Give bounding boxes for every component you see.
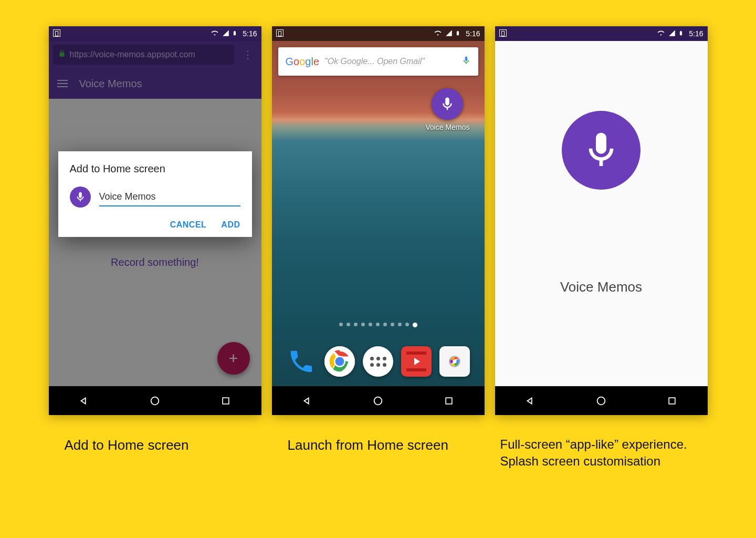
status-time: 5:16 bbox=[243, 29, 257, 38]
signal-icon bbox=[445, 29, 453, 38]
mic-icon bbox=[432, 88, 463, 120]
nav-home-icon[interactable] bbox=[149, 395, 161, 407]
phone-splash-screen: 5:16 Voice Memos bbox=[495, 26, 708, 415]
phone-home-screen: 5:16 Google "Ok Google... Open Gmail" Vo… bbox=[272, 26, 485, 415]
nav-recent-icon[interactable] bbox=[443, 395, 455, 407]
status-time: 5:16 bbox=[466, 29, 480, 38]
svg-point-9 bbox=[597, 397, 605, 405]
home-page-indicator bbox=[272, 323, 485, 327]
svg-point-4 bbox=[335, 357, 344, 366]
svg-rect-8 bbox=[446, 398, 452, 404]
android-nav-bar bbox=[272, 386, 485, 415]
caption-1: Add to Home screen bbox=[49, 436, 261, 470]
nav-back-icon[interactable] bbox=[78, 395, 90, 407]
svg-point-0 bbox=[151, 397, 159, 405]
status-bar: 5:16 bbox=[272, 26, 485, 41]
signal-icon bbox=[222, 29, 230, 38]
google-logo: Google bbox=[286, 56, 320, 68]
caption-2: Launch from Home screen bbox=[272, 436, 485, 470]
voice-memos-shortcut[interactable]: Voice Memos bbox=[425, 88, 469, 131]
nav-recent-icon[interactable] bbox=[666, 395, 678, 407]
android-nav-bar bbox=[49, 386, 261, 415]
shortcut-label: Voice Memos bbox=[425, 123, 469, 131]
dialog-title: Add to Home screen bbox=[70, 163, 240, 175]
battery-icon bbox=[232, 29, 237, 39]
dock-phone-icon[interactable] bbox=[286, 346, 317, 377]
google-search-widget[interactable]: Google "Ok Google... Open Gmail" bbox=[278, 47, 478, 76]
status-bar: 5:16 bbox=[495, 26, 708, 41]
add-button[interactable]: ADD bbox=[221, 220, 240, 230]
svg-rect-1 bbox=[223, 398, 229, 404]
home-wallpaper[interactable]: 5:16 Google "Ok Google... Open Gmail" Vo… bbox=[272, 26, 485, 386]
install-icon bbox=[276, 29, 284, 38]
shortcut-name-input[interactable] bbox=[99, 188, 240, 206]
caption-3: Full-screen “app-like” experience. Splas… bbox=[495, 436, 708, 470]
status-time: 5:16 bbox=[689, 29, 703, 38]
dock-camera-icon[interactable] bbox=[439, 346, 470, 377]
cancel-button[interactable]: CANCEL bbox=[170, 220, 207, 230]
add-to-home-dialog: Add to Home screen CANCEL ADD bbox=[58, 151, 252, 237]
svg-point-6 bbox=[453, 359, 456, 363]
status-bar: 5:16 bbox=[49, 26, 261, 41]
dock-chrome-icon[interactable] bbox=[324, 346, 355, 377]
battery-icon bbox=[455, 29, 460, 39]
app-mic-icon bbox=[70, 187, 91, 208]
battery-icon bbox=[678, 29, 684, 39]
voice-search-icon[interactable] bbox=[461, 55, 471, 68]
wifi-icon bbox=[433, 29, 443, 38]
nav-recent-icon[interactable] bbox=[220, 395, 232, 407]
nav-back-icon[interactable] bbox=[301, 395, 313, 407]
android-nav-bar bbox=[495, 386, 708, 415]
phone-add-to-home: 5:16 https://voice-memos.appspot.com ⋮ V… bbox=[49, 26, 261, 415]
home-dock bbox=[272, 346, 485, 377]
splash-title: Voice Memos bbox=[560, 279, 642, 295]
nav-home-icon[interactable] bbox=[372, 395, 384, 407]
install-icon bbox=[53, 29, 60, 38]
install-icon bbox=[499, 29, 507, 38]
nav-home-icon[interactable] bbox=[595, 395, 607, 407]
search-placeholder: "Ok Google... Open Gmail" bbox=[324, 57, 456, 66]
dock-video-icon[interactable] bbox=[401, 346, 432, 377]
wifi-icon bbox=[210, 29, 219, 38]
signal-icon bbox=[668, 29, 676, 38]
nav-back-icon[interactable] bbox=[524, 395, 536, 407]
dock-all-apps-icon[interactable] bbox=[363, 346, 393, 377]
svg-point-7 bbox=[374, 397, 382, 405]
splash-mic-icon bbox=[562, 111, 640, 190]
wifi-icon bbox=[656, 29, 666, 38]
svg-rect-10 bbox=[669, 398, 675, 404]
splash-screen: Voice Memos bbox=[495, 41, 708, 386]
